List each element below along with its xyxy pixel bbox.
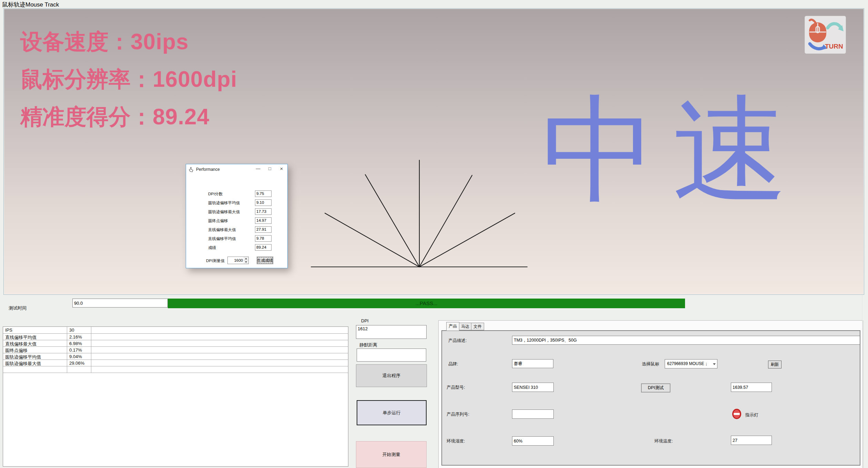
product-tab-page: 产品描述: 品牌: 选择鼠标 627966939 MOUSE； 刷新 产品型号:… <box>441 330 860 466</box>
humidity-label: 环境湿度: <box>447 438 465 444</box>
performance-dialog-title: Performance <box>196 167 220 172</box>
turn-logo: TURN <box>805 16 846 53</box>
test-time-label: 测试时间 <box>9 305 27 311</box>
mouse-track-canvas[interactable]: 设备速度：30ips 鼠标分辨率：1600dpi 精准度得分：89.24 中速 <box>3 8 864 295</box>
hand-pointer-icon <box>189 167 194 172</box>
dialog-minimize-button[interactable]: — <box>252 164 264 173</box>
tab-motor[interactable]: 马达 <box>459 323 472 330</box>
test-time-input[interactable] <box>72 299 168 308</box>
dialog-maximize-button[interactable]: □ <box>264 164 276 173</box>
final-score-label: 成绩 <box>208 245 216 250</box>
serial-label: 产品序列号: <box>447 412 469 417</box>
generate-score-button[interactable]: 生成成绩 <box>257 257 273 264</box>
temperature-label: 环境温度: <box>654 438 673 444</box>
line-offset-max-value[interactable]: 27.91 <box>255 226 272 233</box>
select-mouse-combobox[interactable]: 627966939 MOUSE； <box>665 359 717 368</box>
mouse-icon <box>809 20 826 42</box>
start-measure-button[interactable]: 开始测量 <box>356 441 427 468</box>
circle-offset-avg-value[interactable]: 9.10 <box>255 199 272 206</box>
description-label: 产品描述: <box>448 338 467 344</box>
dpi-measure-label: DPI测量值 <box>206 258 225 263</box>
window-right-edge <box>862 295 863 468</box>
table-row: 直线偏移平均值 2.16% <box>3 334 348 340</box>
performance-dialog: Performance — □ × DPI分数 9.75 圆轨迹偏移平均值 9.… <box>186 164 288 268</box>
line-offset-avg-value[interactable]: 9.78 <box>255 235 272 242</box>
score-text: 设备速度：30ips 鼠标分辨率：1600dpi 精准度得分：89.24 <box>20 23 237 136</box>
pass-progress-bar: ...PASS... <box>168 299 685 308</box>
speed-class-text: 中速 <box>541 87 803 214</box>
line-offset-max-label: 直线偏移最大值 <box>208 227 236 232</box>
dpi-label: DPI <box>361 318 369 323</box>
dpi-test-button[interactable]: DPI测试 <box>641 384 670 392</box>
table-row: 圆轨迹偏移平均值 9.04% <box>3 353 348 360</box>
table-row: 直线偏移最大值 6.98% <box>3 340 348 347</box>
silent-distance-label: 静默距离 <box>359 342 377 348</box>
brand-input[interactable] <box>512 359 553 368</box>
serial-input[interactable] <box>512 409 554 419</box>
performance-dialog-titlebar[interactable]: Performance <box>189 166 220 173</box>
tab-product[interactable]: 产品 <box>446 322 459 331</box>
silent-distance-input[interactable] <box>357 349 426 362</box>
dialog-close-button[interactable]: × <box>276 164 287 173</box>
circle-offset-max-value[interactable]: 17.73 <box>255 208 272 215</box>
temperature-input[interactable] <box>731 436 772 445</box>
table-row: 圆终点偏移 0.17% <box>3 347 348 353</box>
select-mouse-label: 选择鼠标 <box>642 361 659 367</box>
circle-end-offset-value[interactable]: 14.97 <box>255 217 272 224</box>
model-input[interactable] <box>512 383 554 392</box>
tab-file[interactable]: 文件 <box>471 323 484 330</box>
resolution-line: 鼠标分辨率：1600dpi <box>20 61 237 98</box>
spinner-up-button[interactable] <box>244 257 248 260</box>
dpi-measure-value: 1600 <box>234 258 243 262</box>
spinner-down-button[interactable] <box>244 260 248 264</box>
table-row <box>3 366 348 373</box>
refresh-button[interactable]: 刷新 <box>768 361 782 368</box>
circle-offset-avg-label: 圆轨迹偏移平均值 <box>208 200 240 206</box>
dpi-input[interactable]: 1612 <box>356 325 427 339</box>
window-title: 鼠标轨迹Mouse Track <box>2 1 59 9</box>
dpi-score-label: DPI分数 <box>208 191 223 197</box>
product-panel: 产品 马达 文件 产品描述: 品牌: 选择鼠标 627966939 MOUSE；… <box>438 320 863 468</box>
chevron-down-icon <box>713 363 716 365</box>
single-step-button[interactable]: 单步运行 <box>357 400 427 425</box>
dpi-measure-spinner[interactable]: 1600 <box>227 257 249 264</box>
circle-offset-max-label: 圆轨迹偏移最大值 <box>208 209 240 215</box>
results-table[interactable]: IPS 30 直线偏移平均值 2.16% 直线偏移最大值 6.98% 圆终点偏移… <box>3 326 348 467</box>
circle-end-offset-label: 圆终点偏移 <box>208 218 228 223</box>
accuracy-line: 精准度得分：89.24 <box>20 98 237 136</box>
exit-program-button[interactable]: 退出程序 <box>356 364 427 387</box>
final-score-value[interactable]: 89.24 <box>255 244 272 251</box>
device-speed-line: 设备速度：30ips <box>20 23 237 61</box>
indicator-label: 指示灯 <box>745 412 758 418</box>
table-row: 圆轨迹偏移最大值 29.06% <box>3 360 348 366</box>
humidity-input[interactable] <box>512 436 554 446</box>
indicator-light-icon <box>732 408 742 420</box>
description-input[interactable] <box>512 336 860 345</box>
table-header-row: IPS 30 <box>3 327 348 334</box>
dpi-test-result-input[interactable] <box>731 383 772 392</box>
svg-text:TURN: TURN <box>825 43 843 50</box>
brand-label: 品牌: <box>448 361 458 367</box>
dpi-score-value[interactable]: 9.75 <box>255 190 272 197</box>
model-label: 产品型号: <box>447 385 465 391</box>
line-offset-avg-label: 直线偏移平均值 <box>208 236 236 241</box>
